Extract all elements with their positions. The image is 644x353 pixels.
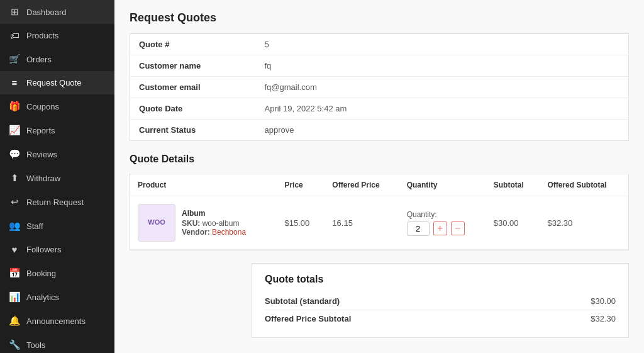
sidebar-item-orders[interactable]: 🛒Orders <box>0 47 114 71</box>
quote-details-title: Quote Details <box>130 154 629 165</box>
sidebar-label-announcements: Announcements <box>26 317 86 326</box>
table-header: Product <box>130 174 277 196</box>
sidebar-label-followers: Followers <box>26 245 62 254</box>
info-table-row: Quote #5 <box>130 34 629 55</box>
sidebar-item-booking[interactable]: 📅Booking <box>0 261 114 285</box>
quantity-decrement-button[interactable]: − <box>451 221 465 235</box>
quantity-increment-button[interactable]: + <box>433 221 447 235</box>
announcements-icon: 🔔 <box>9 315 20 327</box>
product-cell: WOO Album SKU: woo-album Vendor: Bechbon… <box>130 196 277 250</box>
sidebar-label-withdraw: Withdraw <box>26 174 60 183</box>
table-row: WOO Album SKU: woo-album Vendor: Bechbon… <box>130 196 628 250</box>
sidebar-item-reviews[interactable]: 💬Reviews <box>0 142 114 166</box>
quote-details-table: ProductPriceOffered PriceQuantitySubtota… <box>130 174 628 250</box>
sidebar-label-dashboard: Dashboard <box>26 8 67 17</box>
sidebar-item-request-quote[interactable]: ≡Request Quote <box>0 71 114 94</box>
sidebar-label-booking: Booking <box>26 269 56 278</box>
sidebar-label-coupons: Coupons <box>26 102 59 111</box>
price-cell: $15.00 <box>277 196 325 250</box>
page-title: Request Quotes <box>130 11 629 25</box>
sidebar-item-products[interactable]: 🏷Products <box>0 24 114 47</box>
sidebar-item-tools[interactable]: 🔧Tools <box>0 333 114 353</box>
table-header: Subtotal <box>486 174 540 196</box>
info-value: 5 <box>256 34 629 55</box>
totals-title: Quote totals <box>265 274 616 285</box>
table-header: Offered Subtotal <box>540 174 628 196</box>
coupons-icon: 🎁 <box>9 101 20 112</box>
sidebar-label-staff: Staff <box>26 221 43 231</box>
quantity-input[interactable] <box>407 221 430 236</box>
info-value: fq@gmail.com <box>256 77 629 98</box>
booking-icon: 📅 <box>9 267 20 279</box>
product-info: Album SKU: woo-album Vendor: Bechbona <box>182 209 246 237</box>
table-header: Offered Price <box>325 174 399 196</box>
info-table-row: Customer namefq <box>130 55 629 77</box>
sidebar-item-return-request[interactable]: ↩Return Request <box>0 190 114 214</box>
sidebar-label-request-quote: Request Quote <box>26 78 81 87</box>
sidebar-label-products: Products <box>26 31 58 40</box>
sidebar-label-return-request: Return Request <box>26 198 84 207</box>
tools-icon: 🔧 <box>9 339 20 350</box>
woo-logo: WOO <box>144 216 169 229</box>
sidebar-label-analytics: Analytics <box>26 293 59 302</box>
product-thumbnail: WOO <box>138 204 175 242</box>
info-label: Quote Date <box>130 98 256 120</box>
table-header: Quantity <box>399 174 486 196</box>
table-header: Price <box>277 174 325 196</box>
reports-icon: 📈 <box>9 125 20 136</box>
sidebar-item-reports[interactable]: 📈Reports <box>0 118 114 142</box>
orders-icon: 🛒 <box>9 53 20 65</box>
staff-icon: 👥 <box>9 220 20 232</box>
sidebar-item-staff[interactable]: 👥Staff <box>0 214 114 238</box>
sidebar-label-tools: Tools <box>26 340 45 350</box>
request-quote-icon: ≡ <box>9 77 20 88</box>
offered-subtotal-cell: $32.30 <box>540 196 628 250</box>
sidebar-item-withdraw[interactable]: ⬆Withdraw <box>0 166 114 190</box>
sidebar-label-reports: Reports <box>26 126 55 135</box>
info-label: Current Status <box>130 120 256 141</box>
vendor-name: Bechbona <box>212 228 246 237</box>
sidebar-item-announcements[interactable]: 🔔Announcements <box>0 309 114 333</box>
total-row: Subtotal (standard)$30.00 <box>265 293 616 310</box>
info-table-row: Customer emailfq@gmail.com <box>130 77 629 98</box>
info-label: Customer email <box>130 77 256 98</box>
product-sku: SKU: woo-album <box>182 219 246 228</box>
total-row: Offered Price Subtotal$32.30 <box>265 310 616 327</box>
subtotal-cell: $30.00 <box>486 196 540 250</box>
total-value: $30.00 <box>591 296 616 306</box>
info-table: Quote #5Customer namefqCustomer emailfq@… <box>130 33 629 141</box>
info-value: approve <box>256 120 629 141</box>
main-content: Request Quotes Quote #5Customer namefqCu… <box>114 0 644 353</box>
analytics-icon: 📊 <box>9 291 20 303</box>
reviews-icon: 💬 <box>9 148 20 160</box>
action-bar: ➜ Convert to Order <box>130 348 629 353</box>
info-table-row: Current Statusapprove <box>130 120 629 141</box>
quantity-label: Quantity: <box>407 210 479 219</box>
quote-details-section: ProductPriceOffered PriceQuantitySubtota… <box>130 174 629 250</box>
return-request-icon: ↩ <box>9 196 20 208</box>
info-table-row: Quote DateApril 19, 2022 5:42 am <box>130 98 629 120</box>
info-label: Customer name <box>130 55 256 77</box>
sidebar-label-reviews: Reviews <box>26 150 57 159</box>
followers-icon: ♥ <box>9 244 20 255</box>
total-value: $32.30 <box>591 314 616 323</box>
sidebar-item-followers[interactable]: ♥Followers <box>0 238 114 261</box>
sidebar-label-orders: Orders <box>26 55 52 64</box>
dashboard-icon: ⊞ <box>9 6 20 18</box>
info-value: fq <box>256 55 629 77</box>
total-label: Offered Price Subtotal <box>265 314 351 323</box>
sidebar-item-coupons[interactable]: 🎁Coupons <box>0 94 114 118</box>
product-vendor: Vendor: Bechbona <box>182 228 246 237</box>
sidebar-item-analytics[interactable]: 📊Analytics <box>0 285 114 309</box>
info-label: Quote # <box>130 34 256 55</box>
total-label: Subtotal (standard) <box>265 296 340 306</box>
sidebar-item-dashboard[interactable]: ⊞Dashboard <box>0 0 114 24</box>
offered-price-cell: 16.15 <box>325 196 399 250</box>
withdraw-icon: ⬆ <box>9 172 20 184</box>
quote-totals-section: Quote totals Subtotal (standard)$30.00Of… <box>252 263 629 338</box>
quantity-cell: Quantity: + − <box>399 196 486 250</box>
quantity-control: + − <box>407 221 479 236</box>
sidebar: ⊞Dashboard🏷Products🛒Orders≡Request Quote… <box>0 0 114 353</box>
products-icon: 🏷 <box>9 30 20 41</box>
info-value: April 19, 2022 5:42 am <box>256 98 629 120</box>
